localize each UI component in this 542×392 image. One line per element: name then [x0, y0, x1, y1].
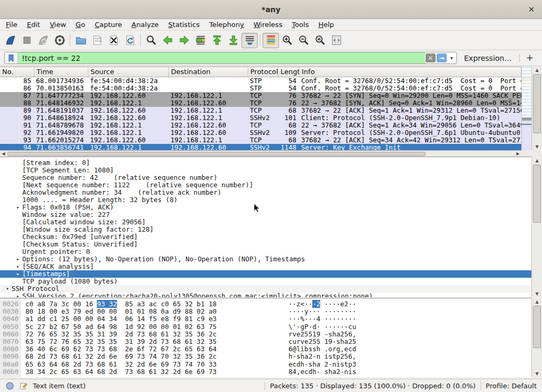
- filter-history-dropdown[interactable]: ▾: [448, 53, 456, 62]
- status-profile[interactable]: Profile: Default: [486, 382, 537, 390]
- stop-capture-button[interactable]: [19, 33, 35, 48]
- expand-icon[interactable]: ▸: [14, 293, 22, 297]
- scroll-thumb[interactable]: [533, 74, 541, 133]
- resize-columns-button[interactable]: [328, 33, 345, 48]
- detail-line[interactable]: ▸Flags: 0x018 (PSH, ACK): [0, 204, 531, 211]
- packet-list-vscrollbar[interactable]: ▲ ▼: [531, 67, 542, 150]
- expand-icon[interactable]: ▸: [14, 270, 22, 278]
- detail-line[interactable]: ▸SSH Version 2 (encryption:chacha20-poly…: [0, 293, 531, 297]
- add-filter-button[interactable]: +: [524, 52, 538, 64]
- detail-line[interactable]: [Next sequence number: 1122 (relative se…: [0, 181, 531, 189]
- menu-edit[interactable]: Edit: [22, 20, 45, 30]
- go-to-packet-button[interactable]: [192, 33, 209, 48]
- packet-row[interactable]: 9371.662015274192.168.122.60192.168.122.…: [0, 136, 521, 144]
- expand-icon[interactable]: ▸: [14, 204, 22, 211]
- detail-line[interactable]: Sequence number: 42 (relative sequence n…: [0, 174, 531, 181]
- hex-row[interactable]: 00505c 27 b2 67 50 ad 64 98 1d 92 00 00 …: [0, 323, 531, 331]
- packet-row[interactable]: 9171.648789678192.168.122.1192.168.122.6…: [0, 122, 521, 129]
- go-forward-button[interactable]: [176, 33, 192, 48]
- menu-statistics[interactable]: Statistics: [164, 20, 204, 30]
- hex-row[interactable]: 0020c0 a8 7a 3c 00 16 93 32 85 a3 ac c0 …: [0, 300, 531, 308]
- scroll-down-icon[interactable]: ▼: [532, 143, 542, 150]
- capture-comment-icon[interactable]: [19, 381, 28, 390]
- scroll-up-icon[interactable]: ▲: [532, 67, 542, 74]
- zoom-original-button[interactable]: [312, 33, 328, 48]
- menu-telephony[interactable]: Telephony: [204, 20, 249, 30]
- hex-row[interactable]: 009068 2d 73 68 61 32 2d 6e 69 73 74 70 …: [0, 353, 531, 360]
- packet-row[interactable]: 8771.647777234192.168.122.60192.168.122.…: [0, 92, 521, 99]
- column-header-length[interactable]: Length: [278, 67, 300, 77]
- scroll-down-icon[interactable]: ▼: [532, 370, 542, 377]
- detail-line[interactable]: Window size value: 227: [0, 211, 531, 218]
- scroll-thumb[interactable]: [7, 152, 426, 156]
- scroll-thumb[interactable]: [533, 306, 541, 348]
- display-filter-input[interactable]: !tcp.port == 22: [18, 52, 425, 63]
- hex-row[interactable]: 003080 18 00 e3 79 ed 00 00 01 01 08 0a …: [0, 308, 531, 315]
- detail-vscrollbar[interactable]: ▲ ▼: [531, 157, 542, 297]
- column-header-protocol[interactable]: Protocol: [248, 67, 278, 77]
- menu-tools[interactable]: Tools: [287, 20, 313, 30]
- detail-line[interactable]: ▸[SEQ/ACK analysis]: [0, 263, 531, 270]
- close-file-button[interactable]: [105, 33, 122, 48]
- menu-analyze[interactable]: Analyze: [127, 20, 164, 30]
- hex-row[interactable]: 007063 75 72 76 65 32 35 35 31 39 2d 73 …: [0, 338, 531, 345]
- packet-row[interactable]: 8670.013850163fe:54:00:d4:38:2aSTP54Conf…: [0, 85, 521, 92]
- scroll-up-icon[interactable]: ▲: [532, 157, 542, 164]
- packet-list-minimap[interactable]: [521, 67, 531, 150]
- filter-apply-button[interactable]: →: [437, 53, 447, 62]
- collapse-icon[interactable]: ▾: [3, 285, 12, 293]
- detail-line[interactable]: ▸Options: (12 bytes), No-Operation (NOP)…: [0, 256, 531, 263]
- expand-icon[interactable]: ▸: [14, 263, 22, 270]
- hex-row[interactable]: 008036 40 6c 69 62 73 73 68 2e 6f 72 67 …: [0, 345, 531, 353]
- detail-line[interactable]: [TCP Segment Len: 1080]: [0, 167, 531, 174]
- expand-icon[interactable]: ▸: [14, 256, 22, 263]
- detail-line[interactable]: [Calculated window size: 29056]: [0, 218, 531, 226]
- packet-row[interactable]: 9271.661949820192.168.122.1192.168.122.6…: [0, 129, 521, 136]
- detail-line[interactable]: Acknowledgment number: 34 (relative ack …: [0, 189, 531, 196]
- scroll-left-icon[interactable]: ◀: [0, 151, 7, 157]
- packet-row[interactable]: 8971.648191037192.168.122.60192.168.122.…: [0, 107, 521, 114]
- restart-capture-button[interactable]: [35, 33, 51, 48]
- packet-row[interactable]: 9071.648618924192.168.122.60192.168.122.…: [0, 114, 521, 122]
- detail-line[interactable]: [Checksum Status: Unverified]: [0, 241, 531, 248]
- hex-vscrollbar[interactable]: ▲ ▼: [531, 298, 542, 377]
- column-header-time[interactable]: Time: [34, 67, 88, 77]
- save-file-button[interactable]: 01010110: [89, 33, 105, 48]
- go-back-button[interactable]: [159, 33, 176, 48]
- colorize-button[interactable]: [263, 33, 279, 48]
- detail-line[interactable]: ▾SSH Protocol: [0, 285, 531, 293]
- close-icon[interactable]: ✕: [526, 4, 537, 15]
- hex-row[interactable]: 00b038 34 2c 65 63 64 68 2d 73 68 61 32 …: [0, 368, 531, 376]
- capture-options-button[interactable]: [51, 33, 68, 48]
- column-header-source[interactable]: Source: [88, 67, 169, 77]
- detail-line[interactable]: Checksum: 0x79ed [unverified]: [0, 233, 531, 241]
- column-header-destination[interactable]: Destination: [169, 67, 248, 77]
- menu-view[interactable]: View: [45, 20, 71, 30]
- zoom-out-button[interactable]: [295, 33, 312, 48]
- auto-scroll-button[interactable]: [241, 33, 258, 48]
- menu-capture[interactable]: Capture: [90, 20, 127, 30]
- detail-line[interactable]: Urgent pointer: 0: [0, 248, 531, 256]
- scroll-up-icon[interactable]: ▲: [532, 298, 542, 305]
- start-capture-button[interactable]: [2, 33, 19, 48]
- menu-help[interactable]: Help: [313, 20, 339, 30]
- go-first-button[interactable]: [209, 33, 225, 48]
- column-header-no[interactable]: No.: [0, 67, 34, 77]
- reload-file-button[interactable]: [122, 33, 138, 48]
- menu-wireless[interactable]: Wireless: [249, 20, 287, 30]
- expert-info-icon[interactable]: [5, 381, 14, 390]
- zoom-in-button[interactable]: [279, 33, 295, 48]
- menu-go[interactable]: Go: [71, 20, 90, 30]
- packet-row[interactable]: 8871.648146932192.168.122.1192.168.122.6…: [0, 99, 521, 107]
- detail-line[interactable]: [Stream index: 0]: [0, 159, 531, 167]
- detail-line[interactable]: 1000 .... = Header Length: 32 bytes (8): [0, 196, 531, 204]
- scroll-right-icon[interactable]: ▶: [514, 151, 521, 157]
- expression-button[interactable]: Expression…: [461, 54, 515, 62]
- scroll-down-icon[interactable]: ▼: [532, 290, 542, 297]
- packet-list-hscrollbar[interactable]: ◀ ▶: [0, 150, 521, 157]
- go-last-button[interactable]: [225, 33, 241, 48]
- column-header-info[interactable]: Info: [300, 67, 521, 77]
- filter-clear-button[interactable]: ✕: [426, 53, 436, 62]
- detail-line[interactable]: ▸[Timestamps]: [0, 270, 531, 278]
- hex-row[interactable]: 0040a1 dd c1 25 00 00 04 34 06 14 f5 e8 …: [0, 315, 531, 323]
